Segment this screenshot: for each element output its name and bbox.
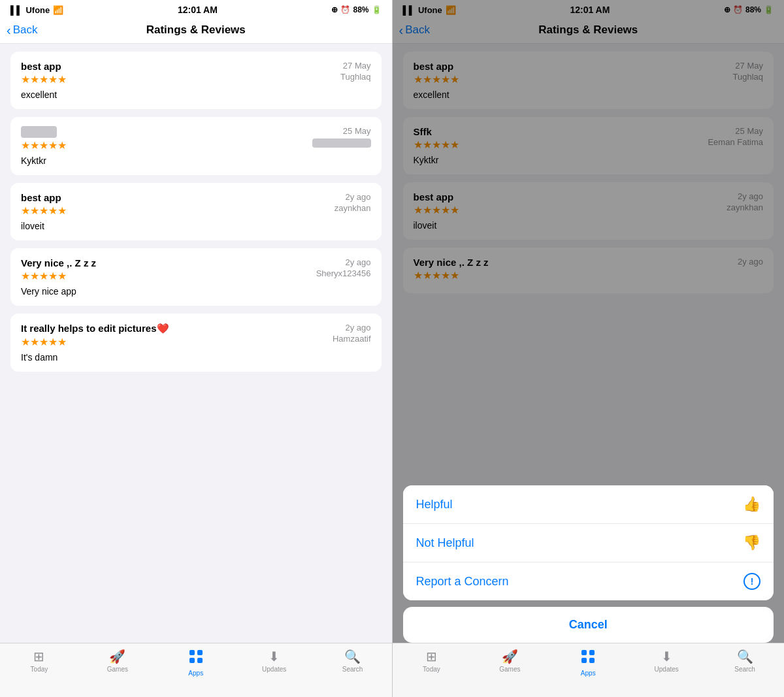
- svg-rect-6: [581, 658, 587, 663]
- svg-rect-2: [189, 658, 195, 663]
- review-date-3-left: 2y ago: [335, 192, 371, 202]
- reviews-list-left: best app ★★★★★ 27 May Tughlaq excellent …: [0, 44, 392, 643]
- report-icon: !: [743, 573, 760, 590]
- action-options: Helpful 👍 Not Helpful 👎 Report a Concern…: [403, 485, 774, 600]
- wifi-icon: 📶: [53, 5, 63, 15]
- review-author-censored-left: [312, 138, 371, 148]
- helpful-label: Helpful: [416, 498, 453, 511]
- review-author-3-left: zaynkhan: [335, 203, 371, 213]
- review-body-3-left: iloveit: [21, 221, 371, 231]
- review-stars-4-left: ★★★★★: [21, 270, 96, 282]
- tab-updates-left[interactable]: ⬇ Updates: [235, 649, 314, 673]
- svg-rect-7: [589, 658, 595, 663]
- tab-apps-label-right: Apps: [581, 670, 596, 677]
- games-icon-right: 🚀: [502, 649, 518, 664]
- tab-search-left[interactable]: 🔍 Search: [314, 649, 392, 673]
- nav-bar-left: ‹ Back Ratings & Reviews: [0, 18, 392, 44]
- apps-icon-right: [580, 649, 596, 668]
- updates-icon-left: ⬇: [269, 649, 280, 664]
- apps-icon-left: [188, 649, 204, 668]
- svg-rect-1: [197, 650, 203, 655]
- battery-icon: 🔋: [372, 5, 382, 14]
- updates-icon-right: ⬇: [661, 649, 672, 664]
- tab-today-left[interactable]: ⊞ Today: [0, 649, 78, 673]
- tab-apps-label-left: Apps: [188, 670, 203, 677]
- nav-title-left: Ratings & Reviews: [146, 24, 246, 37]
- action-report-concern[interactable]: Report a Concern !: [403, 562, 774, 600]
- action-not-helpful[interactable]: Not Helpful 👎: [403, 523, 774, 562]
- report-label: Report a Concern: [416, 575, 509, 589]
- review-date-5-left: 2y ago: [333, 323, 371, 332]
- location-icon: ⊕: [331, 5, 338, 14]
- svg-rect-4: [581, 650, 587, 655]
- action-helpful[interactable]: Helpful 👍: [403, 485, 774, 523]
- review-card-4-left: Very nice ,. Z z z ★★★★★ 2y ago Sheryx12…: [10, 248, 382, 306]
- tab-updates-label-right: Updates: [655, 666, 679, 673]
- review-stars-2-left: ★★★★★: [21, 139, 67, 152]
- tab-apps-right[interactable]: Apps: [549, 649, 627, 677]
- review-body-1-left: excellent: [21, 89, 371, 100]
- cancel-sheet: Cancel: [403, 607, 774, 643]
- tab-search-right[interactable]: 🔍 Search: [706, 649, 784, 673]
- tab-search-label-left: Search: [342, 666, 363, 673]
- tab-apps-left[interactable]: Apps: [157, 649, 235, 677]
- thumbsdown-icon: 👎: [743, 534, 760, 551]
- cancel-button[interactable]: Cancel: [403, 607, 774, 643]
- review-title-1-left: best app: [21, 61, 67, 72]
- back-button-left[interactable]: ‹ Back: [7, 24, 37, 37]
- review-card-5-left: It really helps to edit pictures❤️ ★★★★★…: [10, 314, 382, 372]
- today-icon-right: ⊞: [426, 649, 437, 664]
- review-title-4-left: Very nice ,. Z z z: [21, 257, 96, 268]
- tab-updates-right[interactable]: ⬇ Updates: [627, 649, 706, 673]
- tab-games-label-left: Games: [107, 666, 128, 673]
- alarm-icon: ⏰: [340, 5, 350, 14]
- tab-search-label-right: Search: [734, 666, 755, 673]
- tab-games-left[interactable]: 🚀 Games: [78, 649, 157, 673]
- review-body-2-left: Kyktkr: [21, 155, 371, 166]
- review-date-1-left: 27 May: [340, 61, 371, 71]
- review-stars-3-left: ★★★★★: [21, 204, 67, 217]
- tab-today-label-left: Today: [31, 666, 48, 673]
- review-title-censored-left: [21, 126, 57, 138]
- back-label-left: Back: [13, 24, 38, 37]
- tab-games-label-right: Games: [499, 666, 520, 673]
- status-right: ⊕ ⏰ 88% 🔋: [331, 5, 381, 14]
- thumbsup-icon: 👍: [743, 496, 760, 513]
- tab-games-right[interactable]: 🚀 Games: [470, 649, 549, 673]
- today-icon-left: ⊞: [33, 649, 44, 664]
- status-bar-left: ▌▌ Ufone 📶 12:01 AM ⊕ ⏰ 88% 🔋: [0, 0, 392, 18]
- signal-icon: ▌▌: [10, 5, 22, 15]
- review-card-1-left: best app ★★★★★ 27 May Tughlaq excellent: [10, 52, 382, 109]
- review-date-4-left: 2y ago: [316, 257, 371, 267]
- status-time: 12:01 AM: [178, 5, 218, 15]
- back-chevron-left: ‹: [7, 24, 11, 37]
- tab-bar-left: ⊞ Today 🚀 Games Apps ⬇ Updates 🔍 Search: [0, 643, 392, 697]
- tab-today-label-right: Today: [423, 666, 440, 673]
- review-title-3-left: best app: [21, 192, 67, 203]
- review-author-4-left: Sheryx123456: [316, 268, 371, 278]
- svg-rect-3: [197, 658, 203, 663]
- search-icon-left: 🔍: [344, 649, 361, 664]
- review-author-5-left: Hamzaatif: [333, 334, 371, 344]
- carrier-name: Ufone: [25, 5, 50, 15]
- games-icon-left: 🚀: [109, 649, 125, 664]
- tab-today-right[interactable]: ⊞ Today: [393, 649, 471, 673]
- svg-rect-5: [589, 650, 595, 655]
- review-body-5-left: It's damn: [21, 352, 371, 363]
- status-left: ▌▌ Ufone 📶: [10, 5, 63, 15]
- review-author-1-left: Tughlaq: [340, 72, 371, 82]
- review-stars-1-left: ★★★★★: [21, 73, 67, 86]
- review-card-3-left: best app ★★★★★ 2y ago zaynkhan iloveit: [10, 183, 382, 240]
- tab-bar-right: ⊞ Today 🚀 Games Apps ⬇ Updates 🔍 Search: [393, 643, 785, 697]
- review-card-2-left: ★★★★★ 25 May Kyktkr: [10, 117, 382, 175]
- search-icon-right: 🔍: [737, 649, 753, 664]
- left-panel: ▌▌ Ufone 📶 12:01 AM ⊕ ⏰ 88% 🔋 ‹ Back Rat…: [0, 0, 392, 697]
- review-title-5-left: It really helps to edit pictures❤️: [21, 323, 169, 334]
- review-date-2-left: 25 May: [312, 126, 371, 136]
- right-panel: ▌▌ Ufone 📶 12:01 AM ⊕ ⏰ 88% 🔋 ‹ Back Rat…: [393, 0, 785, 697]
- not-helpful-label: Not Helpful: [416, 536, 474, 550]
- battery-pct: 88%: [353, 5, 368, 14]
- action-sheet: Helpful 👍 Not Helpful 👎 Report a Concern…: [403, 485, 774, 643]
- review-body-4-left: Very nice app: [21, 286, 371, 297]
- svg-rect-0: [189, 650, 195, 655]
